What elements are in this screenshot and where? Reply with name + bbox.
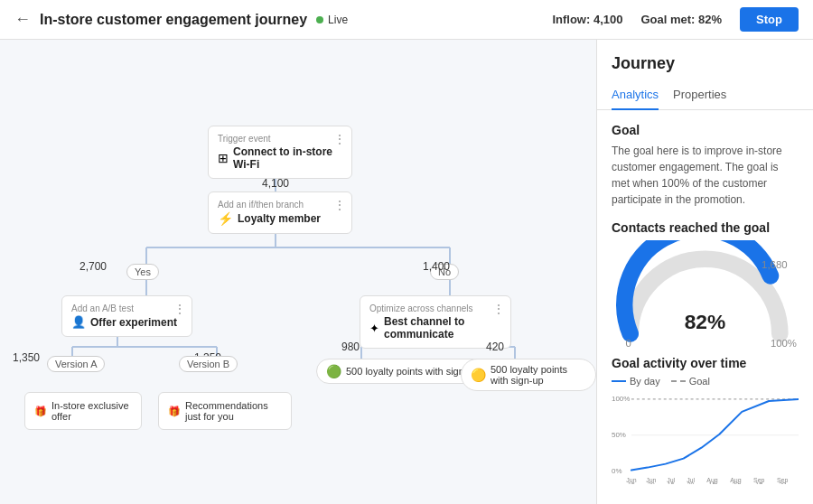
- journey-canvas[interactable]: Trigger event ⊞ Connect to in-store Wi-F…: [0, 40, 596, 504]
- legend-line-dashed: [671, 380, 686, 382]
- ab-icon: 👤: [71, 315, 86, 329]
- count-1350-left: 1,350: [13, 351, 40, 364]
- panel-content: Goal The goal here is to improve in-stor…: [597, 110, 813, 499]
- branch-node[interactable]: Add an if/then branch ⚡ Loyalty member ⋮: [208, 191, 352, 234]
- header-right: Inflow: 4,100 Goal met: 82% Stop: [552, 7, 799, 32]
- recommendations-icon: 🎁: [168, 406, 181, 417]
- count-980: 980: [341, 341, 360, 353]
- tab-analytics[interactable]: Analytics: [612, 80, 659, 110]
- branch-menu-icon[interactable]: ⋮: [333, 198, 346, 212]
- trigger-menu-icon[interactable]: ⋮: [333, 132, 346, 146]
- inflow-label: Inflow:: [552, 13, 590, 26]
- version-b-badge: Version B: [179, 356, 238, 372]
- count-2700: 2,700: [79, 260, 107, 273]
- branch-icon: ⚡: [218, 211, 233, 226]
- goal-met-stat: Goal met: 82%: [640, 13, 722, 26]
- tab-properties[interactable]: Properties: [673, 80, 726, 110]
- inflow-value: 4,100: [593, 13, 623, 26]
- count-1400: 1,400: [423, 260, 450, 273]
- ab-label: Add an A/B test: [71, 303, 182, 313]
- svg-text:82%: 82%: [685, 310, 726, 333]
- svg-text:15: 15: [628, 482, 635, 484]
- live-dot-icon: [316, 16, 323, 23]
- gauge-container: 82% 0 100% 1,680: [612, 240, 799, 350]
- back-button[interactable]: ←: [14, 10, 31, 29]
- loyalty-left-icon: 🟢: [326, 364, 341, 378]
- svg-text:30: 30: [687, 482, 695, 484]
- journey-title: In-store customer engagement journey: [40, 12, 307, 28]
- instore-icon: 🎁: [34, 406, 47, 417]
- ab-test-node[interactable]: Add an A/B test 👤 Offer experiment ⋮: [61, 295, 192, 337]
- loyalty-right-label: 500 loyalty points with sign-up: [491, 364, 586, 386]
- svg-text:15: 15: [668, 482, 675, 484]
- legend-goal: Goal: [671, 376, 710, 387]
- count-420: 420: [486, 341, 504, 353]
- goal-section-title: Goal: [612, 123, 799, 137]
- svg-text:0%: 0%: [612, 467, 622, 475]
- yes-badge: Yes: [126, 264, 159, 280]
- instore-label: In-store exclusive offer: [51, 400, 132, 422]
- action-recommendations[interactable]: 🎁 Recommendations just for you: [158, 392, 292, 430]
- ab-menu-icon[interactable]: ⋮: [173, 302, 186, 316]
- count-4100: 4,100: [262, 177, 289, 190]
- activity-section-title: Goal activity over time: [612, 356, 799, 370]
- legend-by-day-label: By day: [630, 376, 660, 387]
- legend-line-solid: [612, 380, 626, 382]
- right-panel: Journey Analytics Properties Goal The go…: [596, 40, 813, 504]
- panel-title: Journey: [597, 40, 813, 80]
- svg-text:100%: 100%: [612, 395, 630, 403]
- contacts-section-title: Contacts reached the goal: [612, 220, 799, 235]
- loyalty-right-icon: 🟡: [471, 368, 486, 382]
- trigger-node[interactable]: Trigger event ⊞ Connect to in-store Wi-F…: [208, 126, 352, 179]
- trigger-label: Trigger event: [218, 134, 342, 144]
- live-label: Live: [328, 14, 348, 26]
- action-instore[interactable]: 🎁 In-store exclusive offer: [24, 392, 142, 430]
- recommendations-label: Recommendations just for you: [185, 400, 282, 422]
- stop-button[interactable]: Stop: [740, 7, 799, 32]
- svg-text:15: 15: [755, 482, 762, 484]
- optimize-icon: ✦: [369, 322, 379, 335]
- action-loyalty-right[interactable]: 🟡 500 loyalty points with sign-up: [461, 359, 596, 391]
- optimize-menu-icon[interactable]: ⋮: [492, 302, 505, 316]
- line-chart-svg: 100% 50% 0% Jun 15 Jun 30 Jul 15 Jul 30 …: [612, 394, 799, 484]
- optimize-name: Best channel to communicate: [384, 315, 501, 341]
- goal-met-label: Goal met:: [640, 13, 695, 26]
- panel-tabs: Analytics Properties: [597, 80, 813, 110]
- chart-legend: By day Goal: [612, 376, 799, 387]
- goal-section-text: The goal here is to improve in-store cus…: [612, 143, 799, 208]
- branch-label: Add an if/then branch: [218, 200, 342, 210]
- svg-text:30: 30: [648, 482, 655, 484]
- svg-text:15: 15: [709, 482, 716, 484]
- loyalty-left-label: 500 loyalty points with sign-up: [346, 366, 479, 377]
- trigger-icon: ⊞: [218, 151, 229, 165]
- inflow-stat: Inflow: 4,100: [552, 13, 622, 26]
- legend-by-day: By day: [612, 376, 660, 387]
- version-a-badge: Version A: [47, 356, 105, 372]
- header: ← In-store customer engagement journey L…: [0, 0, 813, 40]
- svg-text:0: 0: [625, 338, 631, 348]
- goal-met-value: 82%: [698, 13, 722, 26]
- live-badge: Live: [316, 14, 348, 26]
- header-left: ← In-store customer engagement journey L…: [14, 10, 348, 29]
- ab-name: Offer experiment: [90, 316, 177, 329]
- svg-text:30: 30: [732, 482, 739, 484]
- svg-text:1,680: 1,680: [762, 259, 787, 270]
- main-area: Trigger event ⊞ Connect to in-store Wi-F…: [0, 40, 813, 504]
- svg-text:100%: 100%: [771, 338, 797, 348]
- branch-name: Loyalty member: [238, 212, 321, 225]
- optimize-label: Optimize across channels: [369, 303, 501, 313]
- gauge-svg: 82% 0 100% 1,680: [612, 240, 799, 348]
- trigger-name: Connect to in-store Wi-Fi: [233, 145, 342, 171]
- svg-text:50%: 50%: [612, 431, 626, 439]
- svg-text:30: 30: [779, 482, 786, 484]
- legend-goal-label: Goal: [689, 376, 710, 387]
